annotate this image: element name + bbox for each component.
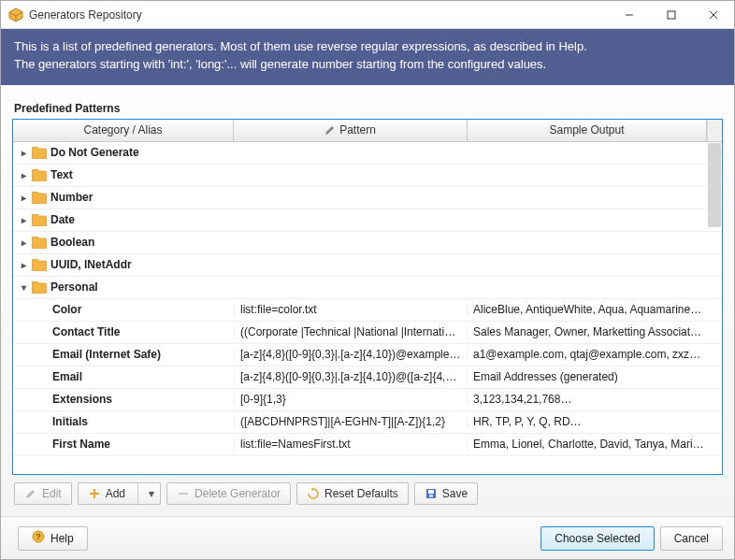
arrow-right-icon[interactable]: ▸ (19, 148, 28, 158)
generator-row[interactable]: Extensions[0-9]{1,3}3,123,134,21,768… (13, 389, 722, 411)
category-name: Do Not Generate (50, 146, 139, 159)
plus-icon (88, 487, 101, 500)
delete-generator-button[interactable]: Delete Generator (166, 482, 291, 505)
generator-pattern: [a-z]{4,8}([0-9]{0,3}|.[a-z]{4,10})@([a-… (240, 370, 468, 383)
category-name: Text (50, 168, 73, 181)
folder-icon (32, 214, 47, 226)
category-name: Boolean (50, 236, 94, 249)
minimize-button[interactable] (608, 1, 650, 28)
category-name: UUID, INetAddr (50, 258, 132, 271)
generator-alias: Email (Internet Safe) (52, 348, 161, 361)
cancel-button[interactable]: Cancel (660, 526, 723, 551)
generator-pattern: ([ABCDHNPRST]|[A-EGHN-T]|[A-Z]){1,2} (240, 415, 445, 428)
svg-marker-9 (311, 487, 314, 491)
arrow-right-icon[interactable]: ▸ (19, 260, 28, 270)
svg-text:?: ? (36, 532, 41, 541)
generator-sample: Emma, Lionel, Charlotte, David, Tanya, M… (473, 438, 704, 451)
choose-selected-button[interactable]: Choose Selected (540, 526, 654, 551)
generator-row[interactable]: Email (Internet Safe)[a-z]{4,8}([0-9]{0,… (13, 344, 722, 366)
help-button[interactable]: ? Help (18, 526, 88, 551)
generator-pattern: ((Corporate |Technical |National |Intern… (240, 325, 468, 338)
svg-rect-11 (428, 490, 434, 494)
category-row[interactable]: ▸UUID, INetAddr (13, 254, 722, 277)
toolbar: Edit Add ▾ Delete Generator Reset Defaul… (12, 475, 723, 509)
category-row[interactable]: ▸Date (13, 209, 722, 232)
generator-alias: Initials (52, 415, 88, 428)
category-row[interactable]: ▸Text (13, 165, 722, 187)
folder-icon (32, 192, 47, 204)
pencil-icon (324, 124, 336, 136)
column-header-pattern[interactable]: Pattern (234, 120, 468, 141)
generator-sample: Email Addresses (generated) (473, 370, 618, 383)
patterns-table: Category / Alias Pattern Sample Output ▸… (12, 119, 723, 475)
category-row[interactable]: ▸Number (13, 187, 722, 209)
window-title: Generators Repository (29, 8, 142, 22)
arrow-right-icon[interactable]: ▸ (19, 170, 28, 180)
category-name: Number (50, 191, 93, 204)
close-button[interactable] (692, 1, 734, 28)
folder-icon (32, 259, 47, 271)
generator-sample: HR, TP, P, Y, Q, RD… (473, 415, 582, 428)
generator-sample: AliceBlue, AntiqueWhite, Aqua, Aquamarin… (473, 303, 701, 316)
reset-defaults-button[interactable]: Reset Defaults (296, 482, 409, 505)
edit-button[interactable]: Edit (14, 482, 72, 505)
category-row[interactable]: ▸Boolean (13, 232, 722, 254)
dialog-body: Predefined Patterns Category / Alias Pat… (1, 85, 734, 516)
app-icon (8, 7, 23, 22)
banner-line-2: The generators starting with 'int:', 'lo… (14, 56, 721, 74)
folder-icon (32, 147, 47, 159)
svg-rect-3 (668, 11, 675, 19)
generator-pattern: list:file=NamesFirst.txt (240, 438, 351, 451)
generator-alias: Extensions (52, 393, 112, 406)
column-header-sample[interactable]: Sample Output (468, 120, 707, 141)
help-icon: ? (32, 530, 45, 546)
generator-alias: Email (52, 370, 82, 383)
generator-row[interactable]: Colorlist:file=color.txtAliceBlue, Antiq… (13, 299, 722, 322)
save-icon (425, 487, 438, 500)
pencil-icon (24, 487, 37, 500)
generator-sample: 3,123,134,21,768… (473, 393, 571, 406)
generator-pattern: [a-z]{4,8}([0-9]{0,3}|.[a-z]{4,10})@exam… (240, 348, 468, 361)
arrow-down-icon[interactable]: ▾ (19, 282, 28, 293)
refresh-icon (307, 487, 320, 500)
generator-sample: Sales Manager, Owner, Marketting Associa… (473, 325, 701, 338)
arrow-right-icon[interactable]: ▸ (19, 237, 28, 248)
table-header: Category / Alias Pattern Sample Output (13, 120, 722, 142)
folder-icon (32, 281, 47, 294)
table-body: ▸Do Not Generate▸Text▸Number▸Date▸Boolea… (13, 142, 722, 474)
info-banner: This is a list of predefined generators.… (1, 29, 734, 85)
dialog-window: Generators Repository This is a list of … (0, 0, 735, 560)
minus-icon (177, 487, 190, 500)
arrow-right-icon[interactable]: ▸ (19, 215, 28, 225)
add-button[interactable]: Add ▾ (78, 482, 161, 505)
section-label: Predefined Patterns (14, 102, 721, 115)
generator-row[interactable]: Initials([ABCDHNPRST]|[A-EGHN-T]|[A-Z]){… (13, 411, 722, 434)
category-name: Personal (50, 280, 98, 294)
generator-sample: a1@example.com, qtaj@example.com, zxzd… (473, 348, 707, 361)
maximize-button[interactable] (650, 1, 692, 28)
titlebar: Generators Repository (1, 1, 734, 29)
generator-row[interactable]: First Namelist:file=NamesFirst.txtEmma, … (13, 434, 722, 456)
category-row[interactable]: ▸Do Not Generate (13, 142, 722, 165)
save-button[interactable]: Save (414, 482, 478, 505)
generator-pattern: list:file=color.txt (240, 303, 317, 316)
generator-alias: Contact Title (52, 325, 120, 338)
banner-line-1: This is a list of predefined generators.… (14, 38, 721, 56)
generator-pattern: [0-9]{1,3} (240, 393, 286, 406)
generator-row[interactable]: Contact Title((Corporate |Technical |Nat… (13, 322, 722, 344)
folder-icon (32, 169, 47, 181)
folder-icon (32, 237, 47, 249)
dialog-footer: ? Help Choose Selected Cancel (1, 516, 734, 559)
generator-row[interactable]: Email[a-z]{4,8}([0-9]{0,3}|.[a-z]{4,10})… (13, 366, 722, 389)
column-header-category[interactable]: Category / Alias (13, 120, 234, 141)
scrollbar-thumb[interactable] (708, 143, 721, 227)
scrollbar-track-header (707, 120, 722, 141)
svg-rect-12 (429, 495, 433, 497)
generator-alias: Color (52, 303, 81, 316)
category-name: Date (50, 213, 75, 226)
generator-alias: First Name (52, 438, 110, 451)
add-dropdown-arrow[interactable]: ▾ (143, 487, 160, 500)
category-row[interactable]: ▾Personal (13, 277, 722, 299)
arrow-right-icon[interactable]: ▸ (19, 193, 28, 203)
